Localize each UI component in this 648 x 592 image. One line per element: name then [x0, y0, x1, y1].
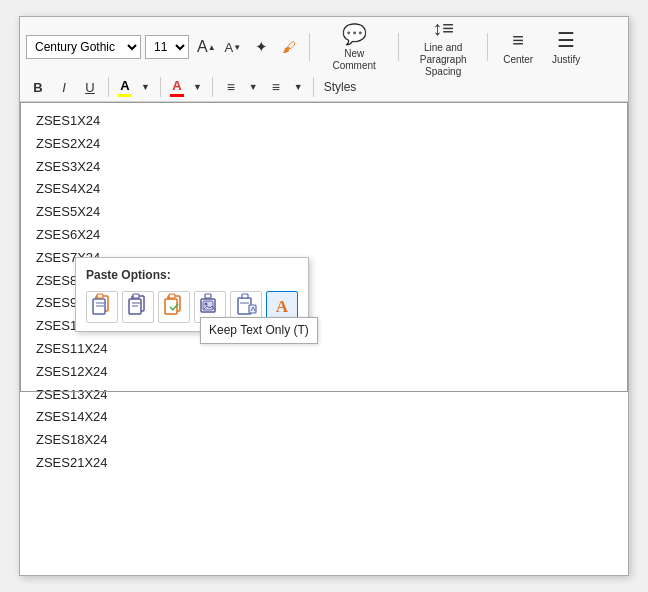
center-button[interactable]: ≡ Center — [496, 21, 540, 73]
font-size-select[interactable]: 11 — [145, 35, 189, 59]
toolbar-divider-2 — [398, 33, 399, 61]
list-item: ZSES18X24 — [36, 429, 612, 452]
line-spacing-button[interactable]: ↕≡ Line and Paragraph Spacing — [407, 21, 479, 73]
highlight-color-bar — [118, 94, 132, 97]
keep-text-only-icon: A — [276, 297, 288, 317]
list-item: ZSES11X24 — [36, 338, 612, 361]
clear-formatting-button[interactable]: ✦ — [249, 35, 273, 59]
svg-rect-18 — [242, 294, 248, 298]
font-color-button[interactable]: A — [167, 77, 187, 98]
bullets-dropdown-button[interactable]: ▼ — [245, 75, 262, 99]
new-comment-label: New Comment — [324, 48, 384, 72]
new-comment-button[interactable]: 💬 New Comment — [318, 21, 390, 73]
list-item: ZSES14X24 — [36, 406, 612, 429]
paste-special-icon — [163, 293, 185, 322]
justify-icon: ☰ — [557, 28, 575, 52]
list-item: ZSES1X24 — [36, 110, 612, 133]
highlight-icon: A — [120, 78, 129, 93]
keep-source-button[interactable] — [86, 291, 118, 323]
center-label: Center — [503, 54, 533, 66]
list-item: ZSES12X24 — [36, 361, 612, 384]
toolbar-row1: Century Gothic 11 A▲ A▼ ✦ 🖌 💬 New Commen… — [26, 21, 622, 73]
keep-source-icon — [91, 293, 113, 321]
justify-button[interactable]: ☰ Justify — [544, 21, 588, 73]
increase-font-size-button[interactable]: A▲ — [193, 35, 220, 59]
list-item: ZSES6X24 — [36, 224, 612, 247]
list-item: ZSES2X24 — [36, 133, 612, 156]
font-name-select[interactable]: Century Gothic — [26, 35, 141, 59]
numbering-button[interactable]: ≡ — [264, 75, 288, 99]
row2-divider-3 — [212, 77, 213, 97]
list-item: ZSES13X24 — [36, 384, 612, 407]
svg-rect-7 — [133, 294, 139, 298]
highlight-dropdown-button[interactable]: ▼ — [137, 75, 154, 99]
italic-button[interactable]: I — [52, 75, 76, 99]
merge-format-button[interactable] — [122, 291, 154, 323]
font-color-bar — [170, 94, 184, 97]
svg-point-16 — [205, 302, 208, 305]
toolbar-row2: B I U A ▼ A ▼ ≡ ▼ ≡ ▼ Styles — [26, 75, 622, 99]
row2-divider-4 — [313, 77, 314, 97]
justify-label: Justify — [552, 54, 580, 66]
list-item: ZSES4X24 — [36, 178, 612, 201]
svg-rect-14 — [205, 294, 211, 298]
toolbar-divider-1 — [309, 33, 310, 61]
numbering-dropdown-button[interactable]: ▼ — [290, 75, 307, 99]
highlight-color-button[interactable]: A — [115, 77, 135, 98]
font-color-icon: A — [172, 78, 181, 93]
toolbar: Century Gothic 11 A▲ A▼ ✦ 🖌 💬 New Commen… — [20, 17, 628, 102]
font-color-dropdown-button[interactable]: ▼ — [189, 75, 206, 99]
underline-button[interactable]: U — [78, 75, 102, 99]
merge-format-icon — [127, 293, 149, 322]
svg-rect-2 — [97, 294, 103, 298]
paste-options-title: Paste Options: — [86, 266, 298, 285]
line-spacing-label: Line and Paragraph Spacing — [413, 42, 473, 78]
styles-button[interactable]: Styles — [320, 75, 361, 99]
tooltip: Keep Text Only (T) — [200, 317, 318, 344]
row2-divider-1 — [108, 77, 109, 97]
center-icon: ≡ — [512, 28, 524, 52]
content-area: ZSES1X24ZSES2X24ZSES3X24ZSES4X24ZSES5X24… — [20, 102, 628, 575]
list-item: ZSES21X24 — [36, 452, 612, 475]
toolbar-divider-3 — [487, 33, 488, 61]
list-item: ZSES3X24 — [36, 156, 612, 179]
paste-special-button[interactable] — [158, 291, 190, 323]
row2-divider-2 — [160, 77, 161, 97]
font-size-buttons: A▲ A▼ — [193, 35, 245, 59]
decrease-font-size-button[interactable]: A▼ — [221, 35, 246, 59]
bold-button[interactable]: B — [26, 75, 50, 99]
bullets-button[interactable]: ≡ — [219, 75, 243, 99]
svg-rect-12 — [169, 294, 175, 298]
main-window: Century Gothic 11 A▲ A▼ ✦ 🖌 💬 New Commen… — [19, 16, 629, 576]
tooltip-text: Keep Text Only (T) — [209, 323, 309, 337]
format-painter-button[interactable]: 🖌 — [277, 35, 301, 59]
new-comment-icon: 💬 — [342, 22, 367, 46]
line-spacing-icon: ↕≡ — [432, 16, 454, 40]
list-item: ZSES5X24 — [36, 201, 612, 224]
